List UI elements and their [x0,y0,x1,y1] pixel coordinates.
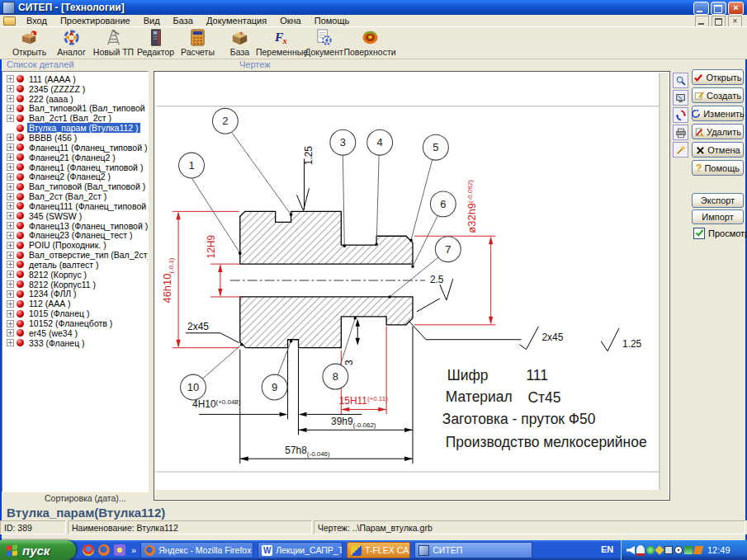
expand-icon[interactable] [7,320,14,327]
create-button[interactable]: Создать [692,87,744,103]
sort-link[interactable]: Сортировка (дата)... [45,493,126,503]
export-button[interactable]: Экспорт [692,193,744,208]
tree-item[interactable]: Вал_типовой (Вал_типовой ) [2,181,148,191]
expand-icon[interactable] [7,310,14,318]
tree-item[interactable]: 2345 (ZZZZZ ) [2,84,148,94]
tree-item[interactable]: 10152 (Фланецботв ) [2,318,148,328]
expand-icon[interactable] [7,153,14,161]
import-button[interactable]: Импорт [692,209,744,224]
expand-icon[interactable] [7,252,14,259]
expand-icon[interactable] [7,329,14,336]
browser-icon[interactable] [83,544,94,556]
tree-item[interactable]: Вал_2ст1 (Вал_2ст ) [2,113,148,123]
cancel-button[interactable]: Отмена [692,142,744,158]
tree-item[interactable]: 1015 (Фланец ) [2,308,148,318]
parts-tree[interactable]: 111 (АААА ) 2345 (ZZZZZ ) 222 (аааа ) Ва… [2,71,149,492]
expand-icon[interactable] [7,290,14,298]
toolbar-variables-button[interactable]: Fx Переменные [261,27,303,59]
card-icon[interactable] [684,546,693,554]
tree-item[interactable]: Фланец111 (Фланец_типовой ) [2,201,148,211]
tree-item[interactable]: 112 (ААА ) [2,299,148,308]
antivirus-icon[interactable] [646,546,655,554]
overflow-chevron-icon[interactable]: » [131,545,136,555]
expand-icon[interactable] [7,105,14,112]
toolbar-editor-button[interactable]: Редактор [135,27,177,59]
tree-item[interactable]: 333 (Фланец ) [2,338,148,348]
tree-item[interactable]: Фланец11 (Фланец_типовой ) [2,143,148,153]
open-part-button[interactable]: Открыть [692,69,744,85]
expand-icon[interactable] [7,115,14,122]
tree-item[interactable]: 111 (АААА ) [2,74,148,84]
tree-item[interactable]: POIU (Проходник. ) [2,240,148,250]
expand-icon[interactable] [7,242,14,249]
tree-item[interactable]: er45 (we34 ) [2,328,148,338]
tree-item[interactable]: Вал_типовой1 (Вал_типовой ) [2,104,148,114]
preview-checkbox-row[interactable]: Просмотр [693,228,747,239]
expand-icon[interactable] [7,75,14,82]
menu-vhod[interactable]: Вход [20,16,54,26]
tree-item[interactable]: 8212 (Корпус11 ) [2,280,148,289]
mic-icon[interactable] [636,545,645,556]
expand-icon[interactable] [7,193,14,200]
refresh-tool-button[interactable] [673,107,688,123]
zoom-tool-button[interactable] [673,73,688,88]
tree-item[interactable]: Вал_отверстие_тип (Вал_2ст_тип ) [2,250,148,260]
network-icon[interactable] [664,546,673,554]
restore-button[interactable] [711,2,726,15]
mdi-restore-button[interactable] [712,16,726,27]
expand-icon[interactable] [7,300,14,308]
mdi-minimize-button[interactable] [695,16,709,27]
mdi-close-button[interactable]: × [728,16,742,27]
expand-icon[interactable] [7,95,14,102]
toolbar-surfaces-button[interactable]: Поверхности [345,27,395,59]
toolbar-new-tp-button[interactable]: Новый ТП [92,27,135,59]
photoshop-icon[interactable] [114,544,125,556]
expand-icon[interactable] [7,202,14,209]
gauge-icon[interactable] [674,546,683,554]
menu-okna[interactable]: Окна [273,16,308,26]
modify-button[interactable]: Изменить [692,106,744,121]
minimize-button[interactable] [693,2,709,15]
tree-item[interactable]: Вал_2ст (Вал_2ст ) [2,191,148,201]
task-sitep[interactable]: СИТЕП [414,542,532,558]
delete-button[interactable]: Удалить [692,124,744,139]
expand-icon[interactable] [7,173,14,181]
print-tool-button[interactable] [673,125,688,140]
tree-item[interactable]: Фланец1 (Фланец_типовой ) [2,162,148,172]
tree-item[interactable]: 1234 (ФЛЛ ) [2,289,148,299]
start-button[interactable]: пуск [0,540,76,560]
tree-item[interactable]: 222 (аааа ) [2,94,148,104]
tree-item[interactable]: Фланец21 (Фланец2 ) [2,153,148,162]
expand-icon[interactable] [7,212,14,219]
task-firefox[interactable]: Яндекс - Mozilla Firefox [140,542,253,558]
language-indicator[interactable]: EN [601,544,613,554]
tree-item[interactable]: 8212 (Корпус ) [2,270,148,280]
certificate-icon[interactable] [655,545,664,554]
menu-vid[interactable]: Вид [137,16,167,26]
expand-icon[interactable] [7,222,14,229]
close-button[interactable]: × [728,2,744,15]
expand-icon[interactable] [7,271,14,278]
title-bar[interactable]: СИТЕП - [Технологии] [0,0,747,15]
tree-item[interactable]: BBBB (456 ) [2,133,148,143]
toolbar-calc-button[interactable]: Расчеты [177,27,219,59]
expand-icon[interactable] [7,183,14,191]
tree-item[interactable]: 345 (SWSW ) [2,211,148,221]
toolbar-document-button[interactable]: Документ [303,27,345,59]
firefox-icon[interactable] [98,544,110,556]
expand-icon[interactable] [7,339,14,346]
checkbox-checked-icon[interactable] [693,228,705,239]
tree-item[interactable]: Фланец23 (Фланец_тест ) [2,231,148,241]
tree-item-selected[interactable]: Втулка_парам (Втулка112 ) [2,123,148,133]
tree-item[interactable]: Фланец2 (Фланец2 ) [2,172,148,181]
expand-icon[interactable] [7,163,14,171]
task-tflex[interactable]: T-FLEX CAD 2D - D:\S... [347,542,410,558]
tree-item[interactable]: деталь (валтест ) [2,260,148,270]
menu-baza[interactable]: База [167,16,200,26]
tree-item[interactable]: Фланец13 (Фланец_типовой ) [2,221,148,231]
help-button[interactable]: ? Помощь [692,160,744,176]
expand-icon[interactable] [7,85,14,92]
wand-tool-button[interactable] [673,142,688,158]
menu-proektirovanie[interactable]: Проектирование [54,16,137,26]
task-word-doc[interactable]: W Лекции_САПР_ТП_о... [258,542,343,558]
